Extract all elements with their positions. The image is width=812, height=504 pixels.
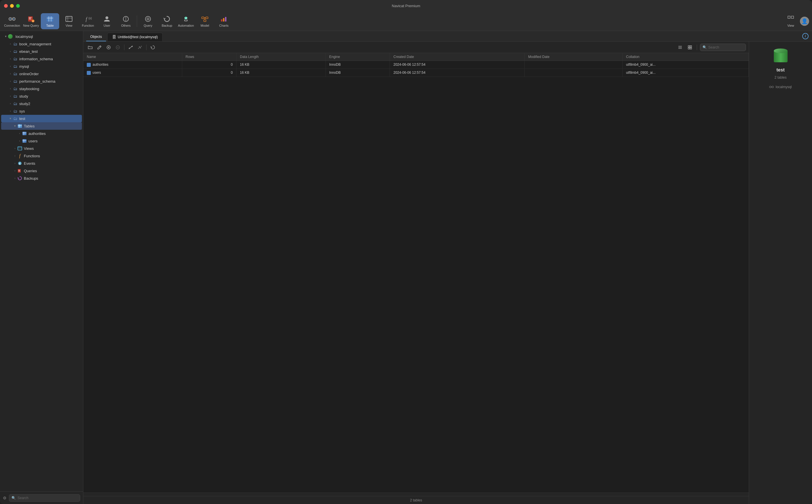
sidebar-item-localmysql[interactable]: ▼ localmysql [1, 33, 82, 40]
data-table-container: Name Rows Data Length Engine Created Dat… [83, 53, 749, 493]
connection-label: Connection [4, 24, 20, 27]
user-avatar[interactable]: 👤 [800, 17, 809, 26]
toolbar-automation[interactable]: Automation [177, 13, 195, 29]
sidebar-item-staybooking[interactable]: › 🗂 staybooking [1, 85, 82, 92]
svg-point-30 [185, 18, 185, 18]
sidebar-item-book-management[interactable]: › 🗂 book_management [1, 40, 82, 48]
sidebar-label-functions: Functions [24, 154, 40, 158]
sidebar-item-users[interactable]: › users [1, 137, 82, 145]
sidebar-item-ebean-test[interactable]: › 🗂 ebean_test [1, 48, 82, 55]
edit-button[interactable] [95, 44, 103, 51]
list-view-button[interactable] [676, 44, 684, 51]
db-name-label: test [776, 67, 784, 73]
svg-rect-41 [223, 18, 225, 22]
svg-rect-60 [18, 170, 20, 171]
maximize-button[interactable] [16, 4, 20, 8]
sidebar-settings-icon[interactable]: ⚙ [3, 496, 7, 500]
sidebar-item-performance-schema[interactable]: › 🗂 performance_schema [1, 77, 82, 85]
svg-point-22 [125, 17, 126, 18]
chevron-right-icon: › [13, 154, 17, 158]
table-row[interactable]: users016 KBInnoDB2024-06-06 12:57:54utf8… [83, 69, 749, 77]
tab-bar: Objects 🗄 Untitled@test (localmysql) [83, 31, 799, 41]
add-button[interactable] [105, 44, 113, 51]
col-rows[interactable]: Rows [182, 53, 236, 61]
sidebar-item-queries[interactable]: › Queries [1, 167, 82, 175]
toolbar-new-query[interactable]: + New Query [22, 13, 40, 29]
open-folder-button[interactable] [86, 44, 94, 51]
sidebar-label-test: test [19, 117, 25, 121]
sidebar-label-information-schema: information_schema [19, 57, 53, 61]
chevron-right-icon: › [8, 94, 13, 98]
folder-icon: 🗂 [13, 108, 18, 114]
cell-modified-date [525, 61, 623, 69]
sidebar-label-mysql: mysql [19, 64, 29, 69]
chevron-right-icon: › [8, 64, 13, 69]
connection-icon [769, 85, 774, 89]
col-engine[interactable]: Engine [326, 53, 390, 61]
window-controls[interactable] [4, 4, 20, 8]
sidebar-label-performance-schema: performance_schema [19, 79, 55, 84]
sidebar-item-backups[interactable]: › Backups [1, 175, 82, 182]
table-row[interactable]: authorities016 KBInnoDB2024-06-06 12:57:… [83, 61, 749, 69]
col-data-length[interactable]: Data Length [236, 53, 326, 61]
sidebar-item-authorities[interactable]: › authorities [1, 130, 82, 137]
sidebar-search-box[interactable]: 🔍 Search [9, 494, 80, 502]
chevron-right-icon: › [13, 176, 17, 181]
toolbar-user[interactable]: User [98, 13, 116, 29]
refresh-button[interactable] [149, 44, 157, 51]
link-button[interactable] [127, 44, 135, 51]
toolbar-view-toggle[interactable]: View [784, 13, 798, 29]
col-modified-date[interactable]: Modified Date [525, 53, 623, 61]
sidebar-item-mysql[interactable]: › 🗂 mysql [1, 63, 82, 70]
svg-rect-6 [29, 17, 32, 18]
tab-objects[interactable]: Objects [86, 33, 106, 41]
sidebar-item-study2[interactable]: › 🗂 study2 [1, 100, 82, 107]
sidebar-label-online-order: onlineOrder [19, 72, 39, 76]
sidebar-item-study[interactable]: › 🗂 study [1, 92, 82, 100]
svg-rect-11 [47, 16, 53, 22]
sidebar-item-information-schema[interactable]: › 🗂 information_schema [1, 55, 82, 63]
sidebar-item-functions[interactable]: › f Functions [1, 152, 82, 160]
cell-created-date: 2024-06-06 12:57:54 [390, 61, 525, 69]
svg-rect-44 [791, 16, 794, 18]
toolbar-charts[interactable]: Charts [215, 13, 233, 29]
right-panel-content: test 2 tables localmysql [749, 42, 812, 95]
sidebar-item-test[interactable]: ▼ 🗂 test [1, 115, 82, 122]
sidebar-item-online-order[interactable]: › 🗂 onlineOrder [1, 70, 82, 77]
unlink-button[interactable] [136, 44, 144, 51]
connection-icon [8, 15, 16, 23]
sidebar-item-views[interactable]: › Views [1, 145, 82, 152]
sidebar: ▼ localmysql › 🗂 book_management › 🗂 ebe… [0, 31, 83, 504]
toolbar-model[interactable]: Model [196, 13, 214, 29]
toolbar-others[interactable]: Others [117, 13, 135, 29]
grid-view-button[interactable] [686, 44, 694, 51]
delete-button[interactable] [114, 44, 122, 51]
col-collation[interactable]: Collation [623, 53, 749, 61]
minimize-button[interactable] [10, 4, 14, 8]
svg-rect-54 [18, 147, 22, 150]
toolbar-function[interactable]: f (x) Function [79, 13, 97, 29]
search-icon: 🔍 [11, 496, 16, 500]
col-name[interactable]: Name [83, 53, 182, 61]
folder-icon: 🗂 [13, 94, 18, 99]
horizontal-scrollbar[interactable] [83, 493, 749, 496]
info-icon[interactable]: i [802, 33, 809, 39]
tab-untitled[interactable]: 🗄 Untitled@test (localmysql) [107, 33, 163, 41]
toolbar-connection[interactable]: Connection [3, 13, 21, 29]
sidebar-item-sys[interactable]: › 🗂 sys [1, 107, 82, 115]
chevron-right-icon: › [8, 86, 13, 91]
toolbar-backup[interactable]: Backup [158, 13, 176, 29]
cell-name: users [83, 69, 182, 77]
sidebar-item-events[interactable]: › E Events [1, 160, 82, 167]
close-button[interactable] [4, 4, 8, 8]
main-toolbar: Connection + New Query Table [0, 11, 812, 31]
query-icon [144, 15, 152, 23]
cell-name: authorities [83, 61, 182, 69]
toolbar-view[interactable]: View [60, 13, 78, 29]
table-search-box[interactable]: 🔍 Search [700, 44, 746, 51]
cell-collation: utf8mb4_0900_ai... [623, 69, 749, 77]
toolbar-table[interactable]: Table [41, 13, 59, 29]
col-created-date[interactable]: Created Date [390, 53, 525, 61]
toolbar-query[interactable]: Query [139, 13, 157, 29]
sidebar-item-tables[interactable]: ▼ Tables [1, 122, 82, 130]
